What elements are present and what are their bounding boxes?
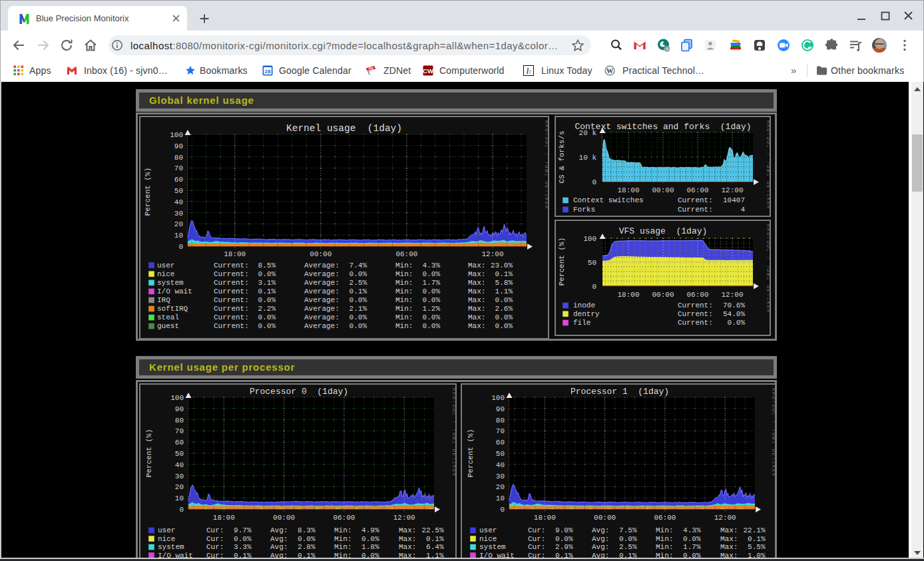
svg-text:0.1%: 0.1% [258, 287, 276, 295]
svg-text:Cur:: Cur: [528, 543, 545, 551]
svg-text:Forks: Forks [573, 206, 595, 214]
svg-text:Processor 1 (1day): Processor 1 (1day) [571, 387, 669, 397]
svg-text:00:00: 00:00 [273, 514, 295, 522]
svg-text:40: 40 [175, 461, 184, 469]
svg-text:18:00: 18:00 [224, 250, 246, 258]
svg-text:Min:: Min: [395, 287, 413, 295]
svg-text:Min:: Min: [395, 262, 413, 270]
svg-text:Context switches and forks (1: Context switches and forks (1day) [575, 122, 751, 132]
svg-text:Current:: Current: [214, 296, 249, 304]
svg-text:8.3%: 8.3% [298, 526, 316, 534]
svg-text:00:00: 00:00 [652, 291, 674, 299]
svg-text:Current:: Current: [214, 262, 249, 270]
svg-text:5.5%: 5.5% [748, 543, 766, 551]
svg-text:0.0%: 0.0% [258, 322, 276, 330]
svg-text:50: 50 [174, 187, 183, 195]
svg-text:Max:: Max: [720, 543, 738, 551]
svg-text:Current:: Current: [214, 322, 249, 330]
svg-text:18:00: 18:00 [617, 186, 639, 194]
svg-text:7.5%: 7.5% [619, 526, 637, 534]
svg-text:0: 0 [500, 506, 505, 514]
svg-text:50: 50 [175, 450, 184, 458]
svg-text:Min:: Min: [656, 526, 673, 534]
svg-text:Avg:: Avg: [592, 535, 609, 543]
svg-text:Average:: Average: [304, 262, 340, 270]
svg-text:Current:: Current: [678, 301, 713, 309]
svg-text:Average:: Average: [304, 287, 340, 295]
svg-text:0.0%: 0.0% [349, 270, 367, 278]
svg-text:12:00: 12:00 [393, 514, 415, 522]
svg-text:3.1%: 3.1% [258, 279, 276, 287]
svg-text:06:00: 06:00 [686, 291, 708, 299]
svg-text:guest: guest [157, 322, 179, 330]
svg-text:9.7%: 9.7% [234, 526, 252, 534]
svg-text:2.8%: 2.8% [298, 543, 316, 551]
svg-text:Avg:: Avg: [592, 526, 609, 534]
svg-text:Percent (%): Percent (%) [558, 238, 566, 286]
svg-text:60: 60 [496, 439, 505, 447]
svg-text:9.0%: 9.0% [555, 526, 573, 534]
svg-text:dentry: dentry [573, 310, 600, 318]
svg-text:5.8%: 5.8% [495, 279, 513, 287]
svg-text:Cur:: Cur: [206, 543, 224, 551]
svg-text:Current:: Current: [678, 319, 713, 327]
svg-text:00:00: 00:00 [310, 250, 332, 258]
svg-text:Avg:: Avg: [592, 543, 609, 551]
svg-text:6.4%: 6.4% [426, 543, 444, 551]
svg-text:Max:: Max: [720, 535, 738, 543]
svg-text:CS & forks/s: CS & forks/s [558, 130, 566, 183]
svg-text:system: system [479, 543, 506, 551]
svg-text:Current:: Current: [214, 287, 249, 295]
svg-text:0.0%: 0.0% [495, 296, 513, 304]
svg-text:Max:: Max: [468, 313, 485, 321]
svg-text:Cur:: Cur: [206, 535, 224, 543]
svg-text:80: 80 [174, 154, 183, 162]
svg-text:system: system [158, 543, 184, 551]
svg-text:0.1%: 0.1% [349, 287, 367, 295]
svg-text:2.5%: 2.5% [619, 543, 637, 551]
svg-text:0: 0 [592, 178, 596, 186]
svg-text:Current:: Current: [214, 313, 249, 321]
svg-text:20: 20 [496, 483, 505, 491]
svg-text:0.0%: 0.0% [423, 270, 441, 278]
svg-text:Min:: Min: [334, 535, 351, 543]
svg-text:0.0%: 0.0% [495, 313, 513, 321]
svg-text:nice: nice [158, 535, 175, 543]
svg-text:Min:: Min: [656, 543, 673, 551]
svg-text:80: 80 [175, 417, 184, 425]
svg-text:user: user [479, 526, 497, 534]
svg-text:RRDTOOL / TOBI OETIKER: RRDTOOL / TOBI OETIKER [771, 388, 775, 477]
svg-text:4.9%: 4.9% [361, 526, 379, 534]
svg-text:0.0%: 0.0% [349, 322, 367, 330]
svg-text:30: 30 [496, 472, 505, 480]
svg-text:2.6%: 2.6% [495, 305, 513, 313]
svg-text:Current:: Current: [678, 206, 713, 214]
svg-text:Average:: Average: [304, 322, 340, 330]
svg-text:54.0%: 54.0% [723, 310, 745, 318]
svg-text:06:00: 06:00 [395, 250, 417, 258]
svg-text:0.0%: 0.0% [423, 287, 441, 295]
svg-text:30: 30 [175, 472, 184, 480]
svg-text:2.9%: 2.9% [555, 543, 573, 551]
svg-text:10: 10 [175, 494, 184, 502]
svg-text:Average:: Average: [304, 296, 340, 304]
svg-text:70: 70 [496, 427, 505, 435]
svg-text:22.1%: 22.1% [743, 526, 765, 534]
svg-text:1.7%: 1.7% [423, 279, 441, 287]
svg-text:Max:: Max: [720, 526, 738, 534]
svg-text:RRDTOOL / TOBI OETIKER: RRDTOOL / TOBI OETIKER [766, 120, 770, 210]
svg-text:0.0%: 0.0% [619, 535, 637, 543]
svg-text:0: 0 [178, 243, 183, 251]
svg-text:60: 60 [174, 176, 183, 184]
svg-text:12:00: 12:00 [481, 250, 503, 258]
svg-text:0.0%: 0.0% [258, 313, 276, 321]
svg-text:Current:: Current: [678, 310, 713, 318]
svg-text:Max:: Max: [468, 279, 485, 287]
svg-text:Percent (%): Percent (%) [145, 429, 153, 478]
svg-text:VFS usage (1day): VFS usage (1day) [619, 226, 708, 236]
svg-text:10407: 10407 [723, 196, 745, 204]
svg-text:20: 20 [174, 220, 183, 228]
svg-text:90: 90 [174, 142, 183, 150]
svg-text:Average:: Average: [304, 313, 340, 321]
svg-text:Max:: Max: [399, 526, 416, 534]
